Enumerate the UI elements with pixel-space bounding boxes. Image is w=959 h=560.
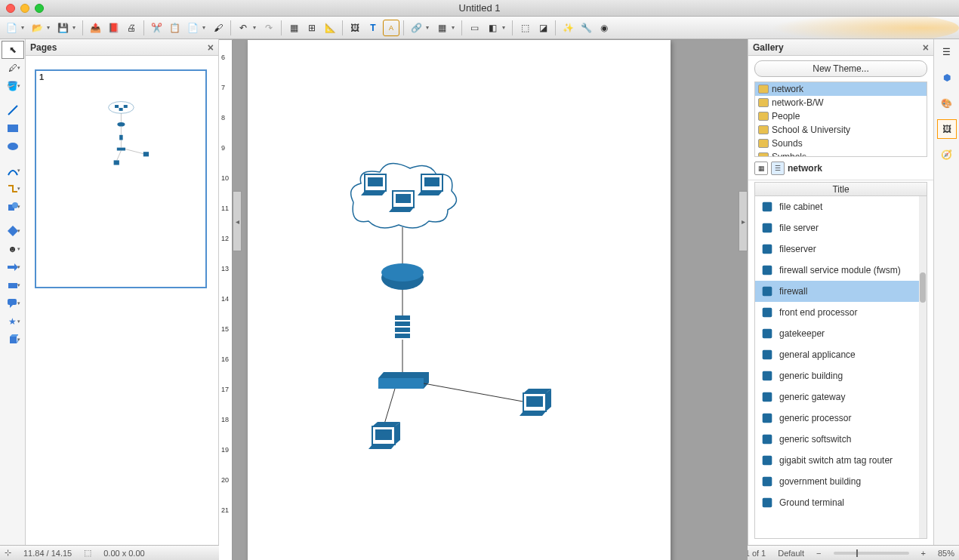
arrow-shapes-tool[interactable]: ▾ xyxy=(2,258,24,276)
canvas-area: 56789101112131415161718192021 6789101112… xyxy=(219,39,748,545)
zoom-in-button[interactable]: + xyxy=(921,549,926,558)
gallery-item-row[interactable]: fileserver xyxy=(755,238,927,260)
redo-button[interactable]: ↷ xyxy=(261,20,277,36)
status-style[interactable]: Default xyxy=(778,549,804,558)
text-button[interactable]: T xyxy=(365,20,381,36)
grid-button[interactable]: ▦ xyxy=(285,20,302,36)
item-label: government building xyxy=(779,476,861,487)
textbox-button[interactable]: A xyxy=(383,20,399,36)
basic-shapes-tool[interactable]: ▾ xyxy=(2,222,24,240)
rectangle-tool[interactable] xyxy=(2,119,24,137)
gallery-item-row[interactable]: front end processor xyxy=(755,302,927,323)
gallery-item-row[interactable]: firewall service module (fwsm) xyxy=(755,260,927,281)
network-icon xyxy=(760,347,775,362)
gallery-item-row[interactable]: generic softswitch xyxy=(755,429,927,450)
shapes-tool[interactable]: ▾ xyxy=(2,198,24,216)
crop-button[interactable]: ⬚ xyxy=(517,20,533,36)
collapse-left-handle[interactable]: ◂ xyxy=(233,191,242,251)
callout-tool[interactable]: ▾ xyxy=(2,294,24,312)
theme-item[interactable]: School & University xyxy=(755,123,927,137)
cut-button[interactable]: ✂️ xyxy=(148,20,165,36)
theme-list[interactable]: networknetwork-B/WPeopleSchool & Univers… xyxy=(754,82,927,157)
page-thumbnail-1[interactable]: 1 xyxy=(35,69,207,288)
paste-button[interactable]: 📄 xyxy=(184,20,201,36)
gallery-item-row[interactable]: Ground terminal xyxy=(755,492,927,513)
styles-tab[interactable]: 🎨 xyxy=(937,94,957,113)
theme-item[interactable]: People xyxy=(755,109,927,123)
status-zoom[interactable]: 85% xyxy=(938,549,954,558)
gallery-item-row[interactable]: generic building xyxy=(755,365,927,386)
folder-icon xyxy=(758,85,769,94)
shadow-button[interactable]: ◪ xyxy=(535,20,551,36)
print-button[interactable]: 🖨 xyxy=(123,20,140,36)
pointer-tool[interactable]: ⬉ xyxy=(2,41,24,59)
gallery-panel-title: Gallery xyxy=(753,42,784,53)
svg-rect-10 xyxy=(115,105,119,108)
drawing-page[interactable] xyxy=(248,40,671,560)
3d-tab[interactable]: ⬢ xyxy=(937,68,957,88)
list-view-button[interactable]: ☰ xyxy=(771,162,785,175)
theme-item[interactable]: Symbols xyxy=(755,150,927,157)
new-theme-button[interactable]: New Theme... xyxy=(754,60,927,77)
zoom-slider[interactable] xyxy=(834,552,909,555)
folder-icon xyxy=(758,152,769,157)
curve-tool[interactable]: ▾ xyxy=(2,162,24,180)
align-button[interactable]: ▭ xyxy=(466,20,483,36)
filter-button[interactable]: 🔧 xyxy=(578,20,594,36)
line-color-tool[interactable]: 🖊▾ xyxy=(2,59,24,77)
save-button[interactable]: 💾 xyxy=(54,20,71,36)
gallery-current-name: network xyxy=(788,163,822,174)
zoom-out-button[interactable]: − xyxy=(816,549,821,558)
theme-item[interactable]: network xyxy=(755,82,927,96)
canvas-viewport[interactable]: ◂ ▸ xyxy=(233,40,748,560)
table-button[interactable]: ▦ xyxy=(433,20,450,36)
effects-button[interactable]: ✨ xyxy=(560,20,576,36)
new-doc-button[interactable]: 📄 xyxy=(3,20,20,36)
gallery-item-row[interactable]: gigabit switch atm tag router xyxy=(755,450,927,471)
line-tool[interactable] xyxy=(2,101,24,119)
snap-button[interactable]: ⊞ xyxy=(304,20,320,36)
open-button[interactable]: 📂 xyxy=(29,20,45,36)
theme-item[interactable]: network-B/W xyxy=(755,96,927,109)
hyperlink-button[interactable]: 🔗 xyxy=(408,20,424,36)
arrange-button[interactable]: ◧ xyxy=(484,20,501,36)
vertical-ruler[interactable]: 6789101112131415161718192021 xyxy=(219,40,233,560)
copy-button[interactable]: 📋 xyxy=(166,20,183,36)
connector-tool[interactable]: ▾ xyxy=(2,180,24,198)
svg-rect-8 xyxy=(10,337,17,343)
export-button[interactable]: 📤 xyxy=(87,20,103,36)
symbol-shapes-tool[interactable]: ☻▾ xyxy=(2,240,24,258)
undo-button[interactable]: ↶ xyxy=(235,20,251,36)
guides-button[interactable]: 📐 xyxy=(322,20,338,36)
gallery-item-row[interactable]: general applicance xyxy=(755,344,927,365)
gallery-tab[interactable]: 🖼 xyxy=(937,119,957,139)
star-tool[interactable]: ★▾ xyxy=(2,312,24,331)
format-paintbrush-button[interactable]: 🖌 xyxy=(210,20,227,36)
svg-line-19 xyxy=(117,151,122,161)
grid-view-button[interactable]: ▦ xyxy=(754,162,768,175)
gallery-item-row[interactable]: gatekeeper xyxy=(755,323,927,344)
pdf-button[interactable]: 📕 xyxy=(105,20,122,36)
gallery-item-row[interactable]: generic processor xyxy=(755,408,927,429)
fill-color-tool[interactable]: 🪣▾ xyxy=(2,77,24,95)
gallery-item-row[interactable]: government building xyxy=(755,471,927,492)
properties-tab[interactable]: ☰ xyxy=(937,42,957,62)
image-button[interactable]: 🖼 xyxy=(347,20,363,36)
theme-item[interactable]: Sounds xyxy=(755,137,927,150)
extrude-button[interactable]: ◉ xyxy=(596,20,612,36)
pages-panel-close-button[interactable]: × xyxy=(208,42,214,54)
gallery-item-row[interactable]: file server xyxy=(755,217,927,238)
gallery-item-row[interactable]: generic gateway xyxy=(755,386,927,408)
3d-tool[interactable]: ▾ xyxy=(2,331,24,349)
title-column-header[interactable]: Title xyxy=(755,183,927,196)
ellipse-tool[interactable] xyxy=(2,137,24,155)
gallery-items-table[interactable]: Title file cabinetfile serverfileserverf… xyxy=(754,182,927,539)
gallery-item-row[interactable]: firewall xyxy=(755,281,927,302)
gallery-item-row[interactable]: file cabinet xyxy=(755,196,927,217)
theme-label: Sounds xyxy=(772,138,803,149)
gallery-panel-close-button[interactable]: × xyxy=(923,42,929,54)
collapse-right-handle[interactable]: ▸ xyxy=(739,191,748,251)
navigator-tab[interactable]: 🧭 xyxy=(937,145,957,165)
gallery-scrollbar[interactable] xyxy=(919,196,927,538)
flowchart-tool[interactable]: ▾ xyxy=(2,276,24,294)
